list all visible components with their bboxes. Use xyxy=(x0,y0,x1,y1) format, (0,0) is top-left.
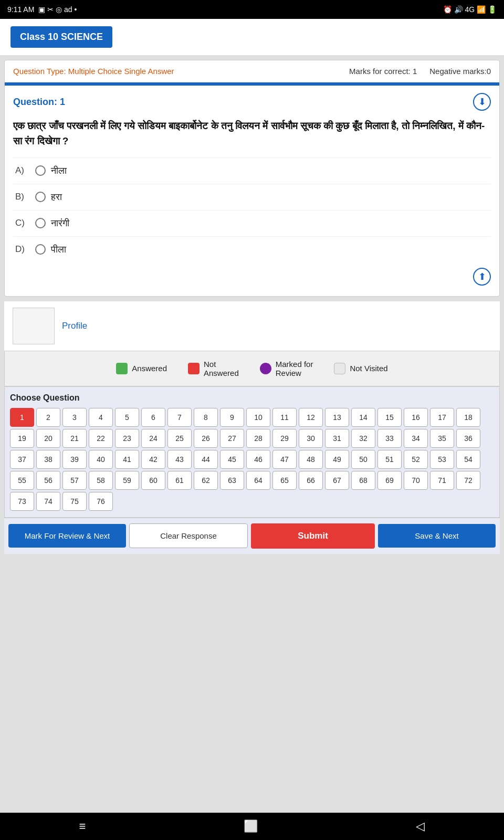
question-grid-btn-12[interactable]: 12 xyxy=(299,408,323,427)
bottom-bar: Mark For Review & Next Clear Response Su… xyxy=(4,518,500,554)
clear-response-button[interactable]: Clear Response xyxy=(129,523,248,548)
question-grid-btn-64[interactable]: 64 xyxy=(246,471,270,490)
option-b[interactable]: B) हरा xyxy=(13,184,491,210)
question-grid-btn-17[interactable]: 17 xyxy=(430,408,454,427)
question-grid-btn-15[interactable]: 15 xyxy=(377,408,402,427)
question-grid-btn-20[interactable]: 20 xyxy=(36,429,60,448)
question-grid-btn-39[interactable]: 39 xyxy=(62,450,87,469)
question-grid-btn-10[interactable]: 10 xyxy=(246,408,270,427)
question-grid-btn-16[interactable]: 16 xyxy=(404,408,428,427)
question-grid-btn-44[interactable]: 44 xyxy=(194,450,218,469)
question-grid-btn-35[interactable]: 35 xyxy=(430,429,454,448)
question-grid-btn-9[interactable]: 9 xyxy=(220,408,244,427)
option-b-radio[interactable] xyxy=(35,192,46,202)
question-grid-btn-70[interactable]: 70 xyxy=(404,471,428,490)
question-grid-btn-56[interactable]: 56 xyxy=(36,471,60,490)
option-a-radio[interactable] xyxy=(35,165,46,176)
question-grid-btn-59[interactable]: 59 xyxy=(115,471,139,490)
submit-button[interactable]: Submit xyxy=(251,523,375,549)
question-grid-btn-54[interactable]: 54 xyxy=(456,450,480,469)
question-grid-btn-71[interactable]: 71 xyxy=(430,471,454,490)
download-icon[interactable]: ⬇ xyxy=(473,93,491,111)
question-grid-btn-61[interactable]: 61 xyxy=(167,471,192,490)
question-grid-btn-74[interactable]: 74 xyxy=(36,492,60,511)
question-grid-btn-76[interactable]: 76 xyxy=(89,492,113,511)
question-grid-btn-8[interactable]: 8 xyxy=(194,408,218,427)
question-grid-btn-50[interactable]: 50 xyxy=(351,450,375,469)
question-grid-btn-6[interactable]: 6 xyxy=(141,408,165,427)
question-grid-btn-37[interactable]: 37 xyxy=(10,450,34,469)
question-grid-btn-49[interactable]: 49 xyxy=(325,450,349,469)
question-grid-btn-52[interactable]: 52 xyxy=(404,450,428,469)
question-grid-btn-48[interactable]: 48 xyxy=(299,450,323,469)
question-grid-btn-26[interactable]: 26 xyxy=(194,429,218,448)
question-type-bar: Question Type: Multiple Choice Single An… xyxy=(5,60,499,82)
question-grid-btn-3[interactable]: 3 xyxy=(62,408,87,427)
legend-marked: Marked forReview xyxy=(260,360,313,377)
question-grid-btn-27[interactable]: 27 xyxy=(220,429,244,448)
question-grid-btn-2[interactable]: 2 xyxy=(36,408,60,427)
question-grid-btn-72[interactable]: 72 xyxy=(456,471,480,490)
question-grid-btn-45[interactable]: 45 xyxy=(220,450,244,469)
question-grid-btn-46[interactable]: 46 xyxy=(246,450,270,469)
question-grid-btn-25[interactable]: 25 xyxy=(167,429,192,448)
question-grid-btn-33[interactable]: 33 xyxy=(377,429,402,448)
question-grid-btn-43[interactable]: 43 xyxy=(167,450,192,469)
question-grid-btn-13[interactable]: 13 xyxy=(325,408,349,427)
nav-menu-icon[interactable]: ≡ xyxy=(79,820,86,833)
question-grid-btn-22[interactable]: 22 xyxy=(89,429,113,448)
question-grid-btn-21[interactable]: 21 xyxy=(62,429,87,448)
question-grid-btn-14[interactable]: 14 xyxy=(351,408,375,427)
option-c[interactable]: C) नारंगी xyxy=(13,210,491,236)
question-grid-btn-18[interactable]: 18 xyxy=(456,408,480,427)
question-grid-btn-62[interactable]: 62 xyxy=(194,471,218,490)
question-grid-btn-32[interactable]: 32 xyxy=(351,429,375,448)
mark-review-next-button[interactable]: Mark For Review & Next xyxy=(8,524,126,548)
question-grid-btn-65[interactable]: 65 xyxy=(272,471,297,490)
question-grid-btn-66[interactable]: 66 xyxy=(299,471,323,490)
question-grid-btn-23[interactable]: 23 xyxy=(115,429,139,448)
question-grid-btn-73[interactable]: 73 xyxy=(10,492,34,511)
question-grid-btn-40[interactable]: 40 xyxy=(89,450,113,469)
question-grid-btn-55[interactable]: 55 xyxy=(10,471,34,490)
option-c-radio[interactable] xyxy=(35,218,46,228)
question-grid-btn-68[interactable]: 68 xyxy=(351,471,375,490)
save-next-button[interactable]: Save & Next xyxy=(378,524,496,548)
question-grid-btn-41[interactable]: 41 xyxy=(115,450,139,469)
question-grid-btn-7[interactable]: 7 xyxy=(167,408,192,427)
scroll-up-icon[interactable]: ⬆ xyxy=(473,268,491,286)
question-grid-btn-63[interactable]: 63 xyxy=(220,471,244,490)
question-grid-btn-4[interactable]: 4 xyxy=(89,408,113,427)
question-grid-btn-47[interactable]: 47 xyxy=(272,450,297,469)
question-grid-btn-29[interactable]: 29 xyxy=(272,429,297,448)
question-grid-btn-60[interactable]: 60 xyxy=(141,471,165,490)
nav-home-icon[interactable]: ⬜ xyxy=(244,820,258,833)
status-right-icons: ⏰ 🔊 4G 📶 🔋 xyxy=(443,5,497,14)
question-grid-btn-11[interactable]: 11 xyxy=(272,408,297,427)
question-grid-btn-51[interactable]: 51 xyxy=(377,450,402,469)
option-d[interactable]: D) पीला xyxy=(13,236,491,262)
question-grid-btn-34[interactable]: 34 xyxy=(404,429,428,448)
question-grid-btn-31[interactable]: 31 xyxy=(325,429,349,448)
profile-link[interactable]: Profile xyxy=(62,321,87,331)
question-grid-btn-30[interactable]: 30 xyxy=(299,429,323,448)
question-grid-btn-28[interactable]: 28 xyxy=(246,429,270,448)
question-grid-btn-19[interactable]: 19 xyxy=(10,429,34,448)
status-time: 9:11 AM xyxy=(7,5,34,14)
question-grid-btn-42[interactable]: 42 xyxy=(141,450,165,469)
question-grid-btn-57[interactable]: 57 xyxy=(62,471,87,490)
question-grid-btn-1[interactable]: 1 xyxy=(10,408,34,427)
question-grid-btn-67[interactable]: 67 xyxy=(325,471,349,490)
option-d-radio[interactable] xyxy=(35,244,46,255)
question-grid-btn-36[interactable]: 36 xyxy=(456,429,480,448)
class-tab[interactable]: Class 10 SCIENCE xyxy=(10,26,112,48)
question-grid-btn-53[interactable]: 53 xyxy=(430,450,454,469)
question-grid-btn-24[interactable]: 24 xyxy=(141,429,165,448)
question-grid-btn-75[interactable]: 75 xyxy=(62,492,87,511)
option-a[interactable]: A) नीला xyxy=(13,158,491,184)
question-grid-btn-38[interactable]: 38 xyxy=(36,450,60,469)
question-grid-btn-69[interactable]: 69 xyxy=(377,471,402,490)
question-grid-btn-58[interactable]: 58 xyxy=(89,471,113,490)
nav-back-icon[interactable]: ◁ xyxy=(416,820,425,833)
question-grid-btn-5[interactable]: 5 xyxy=(115,408,139,427)
